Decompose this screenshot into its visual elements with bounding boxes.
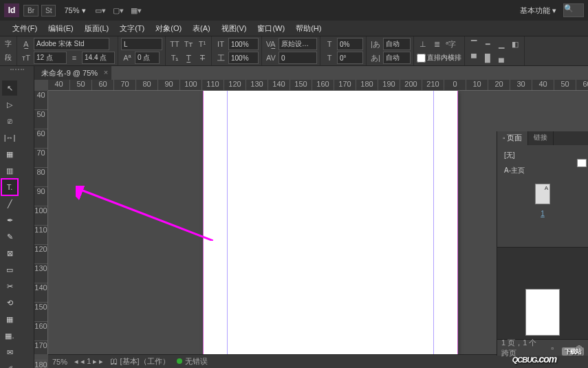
- font-family-input[interactable]: [34, 38, 109, 50]
- workspace-switcher[interactable]: 基本功能 ▾: [520, 6, 556, 16]
- allcaps-icon[interactable]: TT: [168, 38, 181, 50]
- page[interactable]: [203, 91, 457, 354]
- line-tool[interactable]: ╱: [2, 196, 17, 211]
- links-tab[interactable]: 链接: [528, 131, 554, 145]
- scissors-tool[interactable]: ✂: [2, 279, 17, 294]
- preflight-profile[interactable]: 🕮 [基本]（工作）: [110, 356, 169, 367]
- pages-tab[interactable]: ◦ 页面: [497, 131, 528, 145]
- aki-before-icon: |あ: [369, 38, 382, 50]
- rect-frame-tool[interactable]: ⊠: [2, 246, 17, 261]
- svg-line-3: [79, 189, 213, 241]
- menu-file[interactable]: 文件(F): [7, 23, 43, 34]
- selection-tool[interactable]: ↖: [2, 80, 17, 96]
- pen-tool[interactable]: ✒: [2, 213, 17, 228]
- hscale-input[interactable]: [228, 52, 259, 64]
- bridge-button[interactable]: Br: [23, 5, 39, 17]
- menu-table[interactable]: 表(A): [187, 23, 216, 34]
- kerning-icon: VA̲: [265, 38, 277, 50]
- toolbox: ↖ ▷ ⎚ |↔| ▦ ▥ T. ╱ ✒ ✎ ⊠ ▭ ✂ ⟲ ▦ ▦. ✉ ✐ …: [0, 66, 34, 368]
- pencil-tool[interactable]: ✎: [2, 229, 17, 244]
- aki-before-input[interactable]: [383, 38, 411, 50]
- content-placer-tool[interactable]: ▥: [2, 163, 17, 178]
- free-transform-tool[interactable]: ⟲: [2, 295, 17, 310]
- gradient-feather-tool[interactable]: ▦.: [2, 328, 17, 343]
- direct-selection-tool[interactable]: ▷: [2, 97, 17, 112]
- zoom-status[interactable]: 75%: [52, 358, 67, 366]
- subscript-icon[interactable]: T₁: [168, 52, 181, 64]
- menu-layout[interactable]: 版面(L): [79, 23, 114, 34]
- arrange-icon[interactable]: ▦▾: [129, 3, 144, 18]
- zoom-level[interactable]: 75% ▾: [64, 6, 85, 15]
- align-mid-icon[interactable]: ━: [481, 38, 494, 50]
- size-icon: тT: [20, 52, 32, 64]
- margin-guide-left: [203, 91, 204, 354]
- kerning-input[interactable]: [279, 38, 317, 50]
- screen-mode-icon[interactable]: ▢▾: [111, 3, 126, 18]
- page-thumbnail[interactable]: [525, 289, 560, 336]
- align-bot-icon[interactable]: ▁: [495, 38, 508, 50]
- close-tab-icon[interactable]: ×: [104, 68, 108, 76]
- ruby-icon[interactable]: ᵃ字: [444, 38, 457, 50]
- menu-object[interactable]: 对象(O): [150, 23, 187, 34]
- page-number-label[interactable]: 1: [500, 210, 585, 217]
- a-master-row[interactable]: A-主页: [500, 163, 585, 178]
- para-mode-button[interactable]: 段: [3, 52, 14, 63]
- fill-icon[interactable]: ◧: [509, 38, 521, 50]
- watermark: QCBUG.com 下载站: [512, 347, 584, 367]
- skew-icon: T: [323, 52, 336, 64]
- aki-after-input[interactable]: [383, 52, 411, 64]
- stock-button[interactable]: St: [41, 5, 56, 17]
- search-input[interactable]: 🔍: [563, 3, 584, 17]
- leading-icon: ≡: [68, 52, 80, 64]
- aki-after-icon: あ|: [369, 52, 382, 64]
- tatechuyoko-icon[interactable]: ⊥: [417, 38, 429, 50]
- font-style-input[interactable]: [121, 38, 162, 50]
- note-tool[interactable]: ✉: [2, 345, 17, 360]
- menu-view[interactable]: 视图(V): [216, 23, 252, 34]
- tsume-input[interactable]: [337, 38, 363, 50]
- document-tab[interactable]: 未命名-9 @ 75% ×: [34, 66, 111, 80]
- font-size-input[interactable]: [34, 52, 67, 64]
- baseline-shift-input[interactable]: [135, 52, 160, 64]
- skew-input[interactable]: [337, 52, 363, 64]
- menu-bar: 文件(F) 编辑(E) 版面(L) 文字(T) 对象(O) 表(A) 视图(V)…: [0, 21, 588, 36]
- rect-tool[interactable]: ▭: [2, 262, 17, 277]
- vertical-ruler[interactable]: 4050607080901001101201301401501601701801…: [34, 91, 48, 354]
- horizontal-ruler[interactable]: 4050607080901001101201301401501601701801…: [48, 80, 588, 91]
- smallcaps-icon[interactable]: Tᴛ: [182, 38, 195, 50]
- content-collector-tool[interactable]: ▦: [2, 147, 17, 162]
- warichu-icon[interactable]: ≣: [431, 38, 443, 50]
- eyedropper-tool[interactable]: ✐: [2, 361, 17, 368]
- type-tool[interactable]: T.: [2, 180, 17, 195]
- tcy-checkbox[interactable]: [417, 54, 426, 63]
- master-page-thumb[interactable]: [535, 184, 550, 204]
- page-tool[interactable]: ⎚: [2, 113, 17, 129]
- spread-thumb-area: [497, 247, 588, 339]
- menu-type[interactable]: 文字(T): [114, 23, 150, 34]
- tcy-label: 直排内横排: [427, 53, 461, 63]
- char-mode-button[interactable]: 字: [3, 39, 14, 50]
- menu-window[interactable]: 窗口(W): [252, 23, 290, 34]
- vscale-icon: IT: [215, 38, 227, 50]
- vscale-input[interactable]: [228, 38, 259, 50]
- justify-top-icon[interactable]: ▀: [468, 52, 480, 64]
- justify-bot-icon[interactable]: ▄: [495, 52, 508, 64]
- menu-help[interactable]: 帮助(H): [290, 23, 327, 34]
- control-panel: 字 段 A̲ тT≡ Aª TT Tᴛ T¹ T₁ T̲ T̶ IT 工 VA̲…: [0, 36, 588, 66]
- master-swatch[interactable]: [577, 159, 587, 167]
- menu-edit[interactable]: 编辑(E): [43, 23, 79, 34]
- justify-mid-icon[interactable]: █: [481, 52, 494, 64]
- preflight-status[interactable]: 无错误: [177, 356, 208, 367]
- align-top-icon[interactable]: ▔: [468, 38, 480, 50]
- none-master-row[interactable]: [无]: [500, 148, 585, 163]
- gradient-swatch-tool[interactable]: ▦: [2, 312, 17, 327]
- leading-input[interactable]: [82, 52, 115, 64]
- view-options-icon[interactable]: ▭▾: [93, 3, 108, 18]
- baseline-icon: Aª: [121, 52, 133, 64]
- tracking-input[interactable]: [279, 52, 317, 64]
- strike-icon[interactable]: T̶: [196, 52, 208, 64]
- superscript-icon[interactable]: T¹: [196, 38, 208, 50]
- underline-icon[interactable]: T̲: [182, 52, 195, 64]
- gap-tool[interactable]: |↔|: [2, 130, 17, 145]
- page-nav[interactable]: ◂ ◂ 1 ▸ ▸: [74, 357, 103, 366]
